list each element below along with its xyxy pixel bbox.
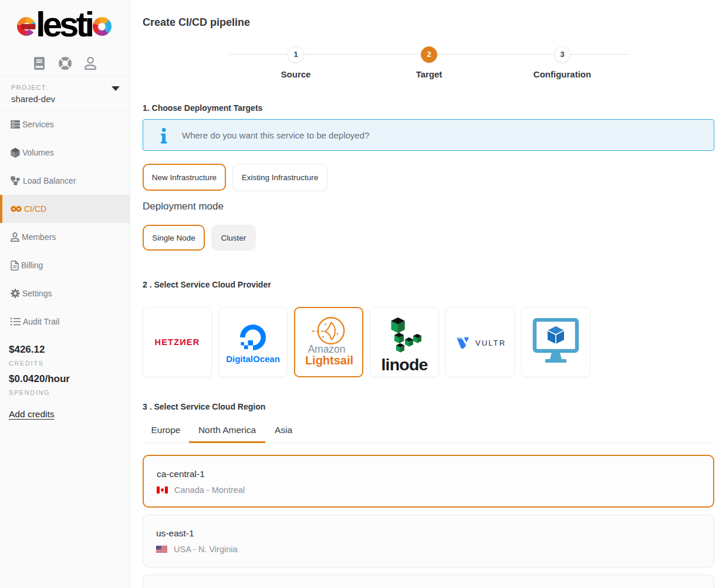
svg-text:linode: linode xyxy=(381,355,427,371)
svg-text:HETZИER: HETZИER xyxy=(155,337,200,347)
svg-text:Lightsail: Lightsail xyxy=(305,354,353,367)
svg-text:VULTR: VULTR xyxy=(475,339,506,347)
svg-text:Amazon: Amazon xyxy=(308,343,345,355)
svg-text:lesti: lesti xyxy=(36,5,92,44)
svg-text:DigitalOcean: DigitalOcean xyxy=(226,354,280,364)
